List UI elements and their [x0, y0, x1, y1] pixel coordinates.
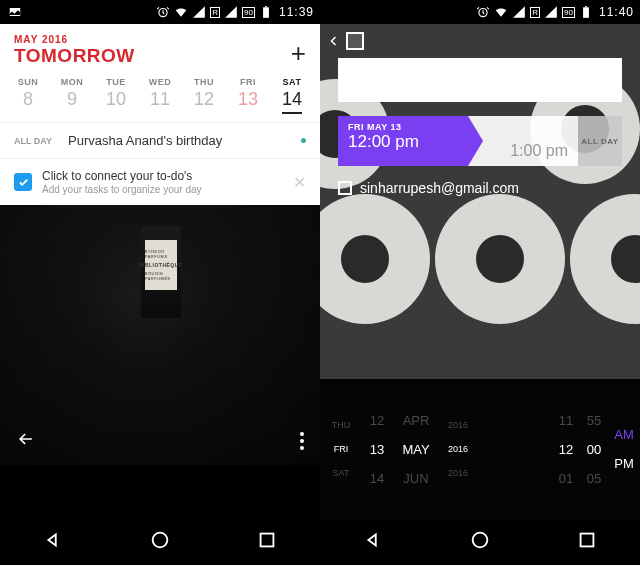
- android-navbar: [320, 519, 640, 565]
- alarm-icon: [476, 5, 490, 19]
- allday-toggle[interactable]: ALL DAY: [578, 116, 622, 166]
- calendar-icon: [346, 32, 364, 50]
- svg-rect-3: [265, 6, 267, 7]
- signal-icon-2: [224, 5, 238, 19]
- calendar-square-icon: [338, 181, 352, 195]
- nav-home-button[interactable]: [149, 529, 171, 555]
- phone-right: R 90 11:40 FRI MAY 13 12:00 pm: [320, 0, 640, 565]
- battery-level: 90: [562, 7, 575, 18]
- back-arrow-button[interactable]: [16, 429, 36, 453]
- event-title: Purvasha Anand's birthday: [68, 133, 301, 148]
- roaming-indicator: R: [530, 7, 540, 18]
- battery-icon: [259, 5, 273, 19]
- time-row: FRI MAY 13 12:00 pm 1:00 pm ALL DAY: [338, 116, 622, 166]
- end-time-button[interactable]: 1:00 pm: [468, 116, 578, 166]
- bottle-graphic: BYREDO PARFUMS BIBLIOTHÈQUE BOUGIE PARFU…: [141, 226, 181, 318]
- battery-level: 90: [242, 7, 255, 18]
- picker-ampm[interactable]: AM PM: [608, 379, 640, 519]
- svg-rect-7: [583, 7, 589, 17]
- picker-day[interactable]: 12 13 14: [362, 379, 392, 519]
- battery-icon: [579, 5, 593, 19]
- svg-rect-8: [585, 6, 587, 7]
- svg-point-4: [153, 533, 168, 548]
- nav-recent-button[interactable]: [576, 529, 598, 555]
- picker-minute[interactable]: 55 00 05: [580, 379, 608, 519]
- svg-rect-2: [263, 7, 269, 17]
- background-image: BYREDO PARFUMS BIBLIOTHÈQUE BOUGIE PARFU…: [0, 205, 320, 465]
- day-sun[interactable]: SUN8: [6, 77, 50, 114]
- week-strip: SUN8 MON9 TUE10 WED11 THU12 FRI13 SAT14: [0, 73, 320, 123]
- todo-connect-row[interactable]: Click to connect your to-do's Add your t…: [0, 159, 320, 205]
- nav-recent-button[interactable]: [256, 529, 278, 555]
- footer-bar: [0, 417, 320, 465]
- picker-hour[interactable]: 11 12 01: [552, 379, 580, 519]
- add-event-button[interactable]: +: [291, 38, 306, 69]
- wifi-icon: [174, 5, 188, 19]
- todo-title: Click to connect your to-do's: [42, 169, 283, 183]
- month-label: MAY 2016: [14, 34, 306, 45]
- allday-event-row[interactable]: ALL DAY Purvasha Anand's birthday: [0, 123, 320, 159]
- event-title-input[interactable]: [338, 58, 622, 102]
- signal-icon: [512, 5, 526, 19]
- todo-subtitle: Add your tasks to organize your day: [42, 184, 283, 195]
- calendar-content: MAY 2016 TOMORROW + SUN8 MON9 TUE10 WED1…: [0, 24, 320, 519]
- picker-year[interactable]: 2016 2016 2016: [440, 379, 476, 519]
- allday-label: ALL DAY: [14, 136, 68, 146]
- roaming-indicator: R: [210, 7, 220, 18]
- status-time: 11:40: [599, 5, 634, 19]
- svg-rect-5: [260, 534, 273, 547]
- status-bar: R 90 11:39: [0, 0, 320, 24]
- day-thu[interactable]: THU12: [182, 77, 226, 114]
- nav-home-button[interactable]: [469, 529, 491, 555]
- picker-dow[interactable]: THU FRI SAT: [320, 379, 362, 519]
- picture-icon: [8, 5, 22, 19]
- more-menu-button[interactable]: [300, 432, 304, 450]
- event-create-content: FRI MAY 13 12:00 pm 1:00 pm ALL DAY sinh…: [320, 24, 640, 519]
- day-mon[interactable]: MON9: [50, 77, 94, 114]
- back-button[interactable]: [328, 32, 364, 50]
- nav-back-button[interactable]: [362, 529, 384, 555]
- day-fri[interactable]: FRI13: [226, 77, 270, 114]
- signal-icon: [192, 5, 206, 19]
- alarm-icon: [156, 5, 170, 19]
- day-wed[interactable]: WED11: [138, 77, 182, 114]
- wifi-icon: [494, 5, 508, 19]
- status-time: 11:39: [279, 5, 314, 19]
- checkbox-icon[interactable]: [14, 173, 32, 191]
- calendar-account-row[interactable]: sinharrupesh@gmail.com: [338, 180, 622, 196]
- picker-month[interactable]: APR MAY JUN: [392, 379, 440, 519]
- event-color-dot: [301, 138, 306, 143]
- phone-left: R 90 11:39 MAY 2016 TOMORROW + SUN8 MON9…: [0, 0, 320, 565]
- day-tue[interactable]: TUE10: [94, 77, 138, 114]
- account-email: sinharrupesh@gmail.com: [360, 180, 519, 196]
- svg-point-9: [473, 533, 488, 548]
- day-label: TOMORROW: [14, 45, 306, 67]
- signal-icon-2: [544, 5, 558, 19]
- day-sat-selected[interactable]: SAT14: [270, 77, 314, 114]
- status-bar: R 90 11:40: [320, 0, 640, 24]
- nav-back-button[interactable]: [42, 529, 64, 555]
- android-navbar: [0, 519, 320, 565]
- calendar-header: MAY 2016 TOMORROW +: [0, 24, 320, 73]
- dismiss-button[interactable]: ✕: [293, 173, 306, 192]
- datetime-picker[interactable]: THU FRI SAT 12 13 14 APR MAY JUN 2016 20…: [320, 379, 640, 519]
- svg-rect-10: [580, 534, 593, 547]
- start-time-button[interactable]: FRI MAY 13 12:00 pm: [338, 116, 468, 166]
